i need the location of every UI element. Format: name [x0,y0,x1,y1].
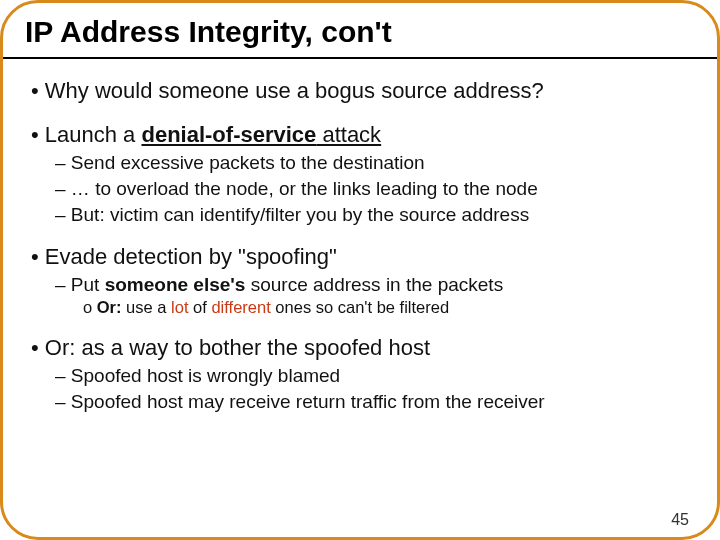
bullet-why: Why would someone use a bogus source add… [31,77,695,105]
slide-number: 45 [671,511,689,529]
bullet-dos: Launch a denial-of-service attack [31,121,695,149]
bullet-spoofing: Evade detection by "spoofing" [31,243,695,271]
text-bold: someone else's [105,274,246,295]
text: Launch a [45,122,142,147]
subbullet: … to overload the node, or the links lea… [55,177,695,201]
text: source address in the packets [245,274,503,295]
text-bold: Or: [97,298,122,316]
text: Put [71,274,105,295]
subbullet: Send excessive packets to the destinatio… [55,151,695,175]
text: of [189,298,212,316]
text-red: different [211,298,270,316]
slide-frame: IP Address Integrity, con't Why would so… [0,0,720,540]
text: attack [316,122,381,147]
slide-body: Why would someone use a bogus source add… [3,59,717,414]
subbullet: Spoofed host is wrongly blamed [55,364,695,388]
slide-title: IP Address Integrity, con't [3,15,717,57]
text-red: lot [171,298,188,316]
subbullet: But: victim can identify/filter you by t… [55,203,695,227]
subbullet: Put someone else's source address in the… [55,273,695,297]
text-bold: denial-of-service [141,122,316,147]
subsubbullet: Or: use a lot of different ones so can't… [83,297,695,318]
bullet-bother-host: Or: as a way to bother the spoofed host [31,334,695,362]
subbullet: Spoofed host may receive return traffic … [55,390,695,414]
text: ones so can't be filtered [271,298,449,316]
text: use a [122,298,172,316]
